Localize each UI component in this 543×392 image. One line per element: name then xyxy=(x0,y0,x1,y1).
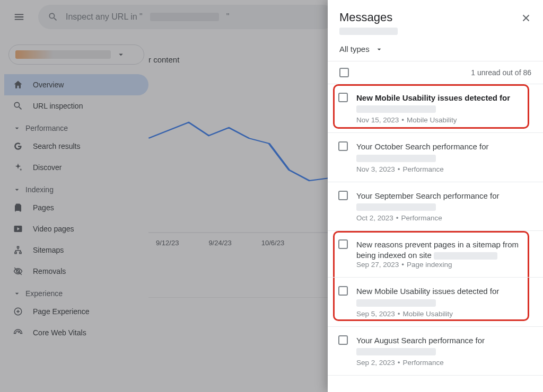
message-checkbox[interactable] xyxy=(338,239,348,249)
message-meta: Nov 3, 2023•Performance xyxy=(356,165,533,173)
message-property-redacted xyxy=(434,252,497,260)
close-icon xyxy=(520,12,532,24)
message-row[interactable]: Your August Search performance for Sep 2… xyxy=(328,327,543,376)
message-meta: Nov 15, 2023•Mobile Usability xyxy=(356,116,533,124)
chevron-down-icon xyxy=(375,45,383,54)
message-checkbox[interactable] xyxy=(338,141,348,151)
messages-toolbar: 1 unread out of 86 xyxy=(328,61,543,84)
message-highlight-group: New Mobile Usability issues detected for… xyxy=(328,84,543,133)
message-property-redacted xyxy=(356,105,436,113)
message-meta: Sep 27, 2023•Page indexing xyxy=(356,261,533,269)
message-title: Your October Search performance for xyxy=(356,141,533,152)
messages-panel-title: Messages xyxy=(339,11,398,24)
select-all-checkbox[interactable] xyxy=(339,68,349,77)
messages-panel-header: Messages xyxy=(328,0,543,37)
message-checkbox[interactable] xyxy=(338,335,348,345)
message-meta: Sep 5, 2023•Mobile Usability xyxy=(356,310,533,318)
message-checkbox[interactable] xyxy=(338,286,348,296)
message-meta: Sep 2, 2023•Performance xyxy=(356,359,533,367)
message-row[interactable]: Your October Search performance for Nov … xyxy=(328,133,543,182)
message-title: Your September Search performance for xyxy=(356,191,533,201)
messages-panel-subtitle-redacted xyxy=(339,28,398,35)
message-property-redacted xyxy=(356,299,436,307)
message-property-redacted xyxy=(356,348,436,355)
message-title: New Mobile Usability issues detected for xyxy=(356,93,533,103)
message-row[interactable]: Your September Search performance for Oc… xyxy=(328,182,543,231)
message-checkbox[interactable] xyxy=(338,191,348,200)
message-meta: Oct 2, 2023•Performance xyxy=(356,214,533,222)
message-title: New reasons prevent pages in a sitemap f… xyxy=(356,239,533,261)
message-property-redacted xyxy=(356,155,436,162)
close-button[interactable] xyxy=(519,11,533,25)
messages-panel: Messages All types 1 unread out of 86 Ne… xyxy=(328,0,543,392)
message-title: New Mobile Usability issues detected for xyxy=(356,286,533,297)
messages-type-filter-label: All types xyxy=(339,44,370,54)
message-checkbox[interactable] xyxy=(338,93,348,102)
message-row[interactable]: New Mobile Usability issues detected for… xyxy=(328,278,543,326)
message-row[interactable]: New reasons prevent pages in a sitemap f… xyxy=(328,231,543,278)
messages-list: New Mobile Usability issues detected for… xyxy=(328,84,543,392)
messages-type-filter[interactable]: All types xyxy=(328,37,543,61)
message-row[interactable]: New Mobile Usability issues detected for… xyxy=(328,84,543,133)
message-title: Your August Search performance for xyxy=(356,335,533,346)
message-highlight-group: New reasons prevent pages in a sitemap f… xyxy=(328,231,543,327)
message-property-redacted xyxy=(356,203,436,211)
unread-summary: 1 unread out of 86 xyxy=(471,68,531,77)
